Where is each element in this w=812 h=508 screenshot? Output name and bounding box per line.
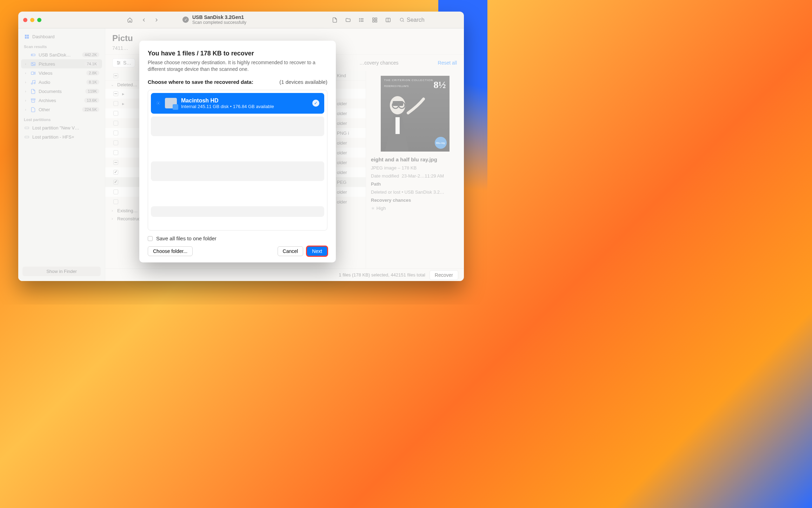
destination-list: Macintosh HD Internal 245.11 GB disk • 1… xyxy=(148,90,327,230)
internal-disk-icon xyxy=(165,98,177,108)
dialog-description: Please choose recovery destination. It i… xyxy=(148,59,327,73)
device-name: Macintosh HD xyxy=(181,97,274,104)
forward-button[interactable] xyxy=(152,15,161,25)
folder-button[interactable] xyxy=(343,15,353,25)
save-all-label: Save all files to one folder xyxy=(156,235,217,241)
destination-device[interactable]: Macintosh HD Internal 245.11 GB disk • 1… xyxy=(151,93,324,114)
choose-destination-label: Choose where to save the recovered data: xyxy=(148,79,253,85)
minimize-window-button[interactable] xyxy=(30,18,34,22)
svg-point-12 xyxy=(400,18,404,21)
svg-rect-9 xyxy=(375,20,377,22)
window-controls xyxy=(23,18,41,22)
nav-back-forward xyxy=(138,15,162,25)
panel-toggle-button[interactable] xyxy=(383,15,393,25)
svg-point-5 xyxy=(359,21,360,21)
titlebar: ✓ USB SanDisk 3.2Gen1 Scan completed suc… xyxy=(18,12,464,28)
destination-placeholder xyxy=(151,184,324,203)
cancel-button[interactable]: Cancel xyxy=(278,246,304,256)
dialog-title: You have 1 files / 178 KB to recover xyxy=(148,50,327,57)
destination-placeholder xyxy=(151,161,324,181)
zoom-window-button[interactable] xyxy=(37,18,41,22)
source-name: USB SanDisk 3.2Gen1 xyxy=(192,15,246,20)
next-button[interactable]: Next xyxy=(307,246,327,256)
scan-status-icon: ✓ xyxy=(182,16,189,23)
search-field[interactable]: Search xyxy=(396,15,459,25)
home-button[interactable] xyxy=(125,15,135,25)
window-title: USB SanDisk 3.2Gen1 Scan completed succe… xyxy=(192,15,246,25)
back-button[interactable] xyxy=(139,15,149,25)
new-file-button[interactable] xyxy=(330,15,340,25)
recover-destination-dialog: You have 1 files / 178 KB to recover Ple… xyxy=(139,41,336,262)
grid-view-button[interactable] xyxy=(370,15,380,25)
scan-status-text: Scan completed successfully xyxy=(192,20,246,25)
svg-point-3 xyxy=(359,18,360,19)
choose-folder-button[interactable]: Choose folder... xyxy=(148,246,193,256)
svg-rect-8 xyxy=(373,20,374,22)
svg-point-4 xyxy=(359,20,360,20)
devices-available: (1 devices available) xyxy=(279,79,327,85)
check-circle-icon: ✓ xyxy=(312,100,319,107)
checkbox[interactable] xyxy=(148,236,153,241)
destination-placeholder xyxy=(151,116,324,136)
search-placeholder: Search xyxy=(407,17,425,23)
save-all-one-folder[interactable]: Save all files to one folder xyxy=(148,235,327,241)
radio-selected-icon xyxy=(156,101,161,106)
svg-rect-6 xyxy=(373,18,374,20)
close-window-button[interactable] xyxy=(23,18,27,22)
svg-line-13 xyxy=(403,21,404,22)
list-view-button[interactable] xyxy=(357,15,366,25)
destination-placeholder xyxy=(151,206,324,217)
destination-placeholder xyxy=(151,139,324,159)
svg-rect-7 xyxy=(375,18,377,20)
device-details: Internal 245.11 GB disk • 176.84 GB avai… xyxy=(181,104,274,109)
search-icon xyxy=(399,17,405,22)
